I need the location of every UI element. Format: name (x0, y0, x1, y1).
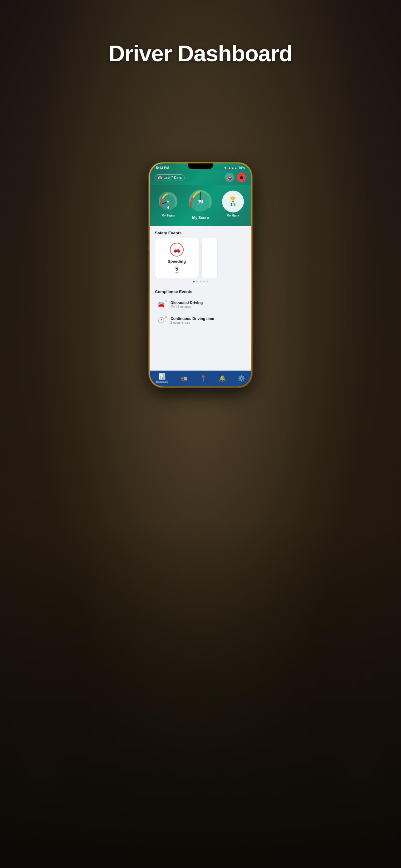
nav-location[interactable]: 📍 (200, 375, 207, 382)
my-team-gauge: 4 (157, 191, 179, 213)
speeding-icon-circle: 🚗 (170, 243, 183, 256)
dot-5 (206, 281, 208, 282)
my-rank-label: My Rank (226, 214, 239, 217)
distracted-driving-info: Distracted Driving 0% | 2 minutes (170, 301, 246, 308)
warning-icon: ⚠ (165, 299, 167, 303)
truck-route-icon: 🚛 (180, 375, 188, 382)
compliance-events-section: Compliance Events 🚘 ⚠ Distracted Driving… (150, 285, 251, 328)
my-score-gauge: 10 (187, 188, 213, 214)
my-score-value: 10 (198, 199, 203, 205)
phone-inner: 5:13 PM ▼ ▲▲▲ 70% 📅 Last 7 Days 🚗 (150, 163, 251, 386)
compliance-events-header: Compliance Events (150, 285, 251, 297)
record-icon: ⏺ (239, 175, 244, 180)
nav-notifications[interactable]: 🔔 (219, 375, 226, 382)
location-icon: 📍 (200, 375, 207, 382)
dot-3 (200, 281, 201, 282)
my-team-label: My Team (162, 214, 175, 217)
continuous-driving-icon-area: 🕐 ⚠ (155, 316, 167, 325)
carousel-dots (150, 278, 251, 285)
dashboard-icon: 📊 (159, 373, 166, 380)
top-bar: 📅 Last 7 Days 🚗 ⏺ (150, 171, 251, 185)
calendar-icon: 📅 (158, 176, 162, 180)
date-filter-label: Last 7 Days (164, 176, 182, 179)
distracted-driving-item[interactable]: 🚘 ⚠ Distracted Driving 0% | 2 minutes (155, 297, 246, 312)
nav-dashboard[interactable]: 📊 Dashboard (156, 373, 168, 383)
distracted-driving-name: Distracted Driving (170, 301, 246, 305)
battery-icon: 70% (239, 166, 245, 170)
my-rank-value: 1/5 (230, 203, 235, 207)
continuous-driving-item[interactable]: 🕐 ⚠ Continuous Driving time 2 occurrence… (155, 312, 246, 328)
my-team-score: 4 My Team (157, 191, 179, 217)
page-title: Driver Dashboard (0, 41, 401, 66)
phone-frame: 5:13 PM ▼ ▲▲▲ 70% 📅 Last 7 Days 🚗 (149, 162, 252, 388)
my-team-value: 4 (167, 205, 169, 210)
record-button[interactable]: ⏺ (237, 173, 246, 182)
my-score-label: My Score (192, 216, 209, 220)
speeding-event-count: 5 (175, 266, 178, 273)
nav-truck-route[interactable]: 🚛 (180, 375, 188, 382)
safety-events-list: 🚗 Speeding 5 (150, 238, 251, 278)
car-vent-left (9, 712, 72, 806)
continuous-driving-detail: 2 occurrences (170, 321, 246, 324)
my-score: 10 My Score (187, 188, 213, 220)
trophy-icon: 🏆 (230, 196, 236, 202)
nav-settings[interactable]: ⚙️ (238, 375, 245, 382)
svg-point-2 (167, 200, 169, 203)
bell-icon: 🔔 (219, 375, 226, 382)
status-right-icons: ▼ ▲▲▲ 70% (224, 166, 245, 170)
score-section: 4 My Team (150, 185, 251, 226)
safety-events-section: Safety Events 🚗 Speeding 5 (150, 226, 251, 285)
next-event-card-hint (202, 238, 218, 278)
top-bar-action-icons: 🚗 ⏺ (225, 173, 246, 182)
safety-events-header: Safety Events (150, 226, 251, 238)
bottom-navigation: 📊 Dashboard 🚛 📍 🔔 ⚙️ (150, 371, 251, 386)
nav-dashboard-label: Dashboard (156, 380, 168, 383)
date-filter-button[interactable]: 📅 Last 7 Days (155, 174, 185, 181)
continuous-driving-info: Continuous Driving time 2 occurrences (170, 316, 246, 324)
speeding-event-name: Speeding (168, 259, 186, 264)
car-icon: 🚘 (158, 301, 165, 308)
distracted-driving-detail: 0% | 2 minutes (170, 305, 246, 308)
speeding-icon: 🚗 (173, 246, 180, 253)
speeding-event-card[interactable]: 🚗 Speeding 5 (155, 238, 199, 278)
status-time: 5:13 PM (156, 166, 169, 170)
dot-4 (203, 281, 205, 282)
car-bottom-shadow (0, 521, 401, 868)
car-tracker-icon: 🚗 (227, 175, 232, 180)
continuous-driving-name: Continuous Driving time (170, 316, 246, 321)
my-rank-circle: 🏆 1/5 (222, 191, 244, 213)
clock-icon: 🕐 (158, 317, 165, 324)
content-area: Safety Events 🚗 Speeding 5 (150, 226, 251, 371)
car-tracker-button[interactable]: 🚗 (225, 173, 234, 182)
phone-notch (188, 163, 213, 169)
signal-icon: ▲▲▲ (228, 166, 237, 170)
my-rank-score: 🏆 1/5 My Rank (222, 191, 244, 217)
compliance-events-list: 🚘 ⚠ Distracted Driving 0% | 2 minutes (150, 297, 251, 328)
phone-screen: 5:13 PM ▼ ▲▲▲ 70% 📅 Last 7 Days 🚗 (150, 163, 251, 386)
dot-2 (196, 281, 198, 282)
settings-icon: ⚙️ (238, 375, 245, 382)
dot-1 (193, 281, 195, 282)
wifi-icon: ▼ (224, 166, 227, 170)
car-vent-right (329, 712, 392, 806)
warning-icon-2: ⚠ (165, 315, 167, 318)
events-carousel[interactable]: 🚗 Speeding 5 (155, 238, 246, 278)
distracted-driving-icon-area: 🚘 ⚠ (155, 300, 167, 309)
